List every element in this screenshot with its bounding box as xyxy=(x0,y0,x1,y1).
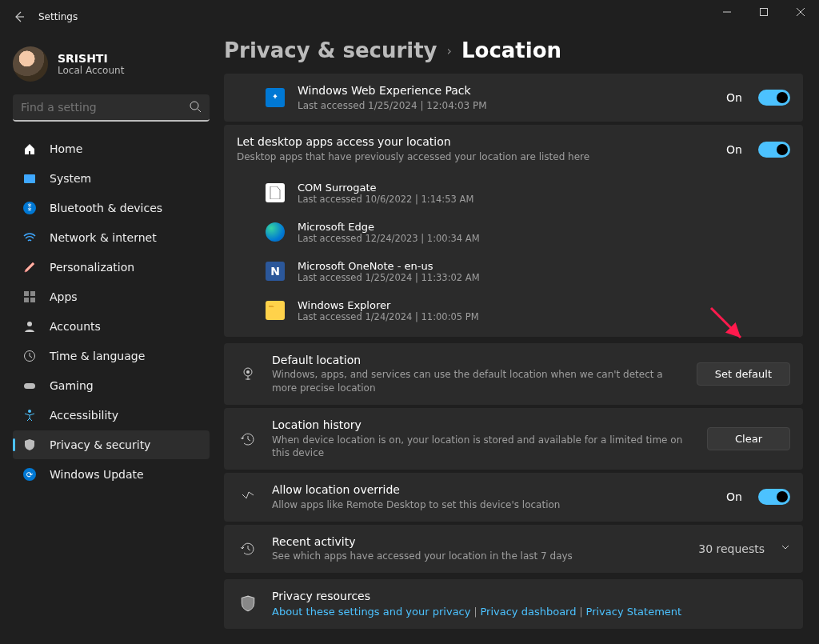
default-location-sub: Windows, apps, and services can use the … xyxy=(272,368,684,395)
svg-rect-4 xyxy=(24,298,29,302)
card-privacy-resources: Privacy resources About these settings a… xyxy=(224,579,803,629)
history-icon xyxy=(237,428,259,450)
nav: Home System ⁑ Bluetooth & devices Networ… xyxy=(13,134,210,489)
privacy-title: Privacy resources xyxy=(272,589,790,605)
nav-home[interactable]: Home xyxy=(13,134,210,163)
card-location-history: Location history When device location is… xyxy=(224,408,803,470)
file-icon xyxy=(266,183,285,202)
svg-rect-2 xyxy=(24,291,29,296)
gaming-icon xyxy=(22,378,37,393)
nav-label: Privacy & security xyxy=(50,438,150,451)
nav-accessibility[interactable]: Accessibility xyxy=(13,401,210,430)
card-location-override: Allow location override Allow apps like … xyxy=(224,473,803,521)
override-icon xyxy=(237,486,259,508)
nav-privacy-security[interactable]: Privacy & security xyxy=(13,430,210,459)
back-button[interactable] xyxy=(3,1,35,33)
set-default-button[interactable]: Set default xyxy=(697,362,790,386)
search-icon xyxy=(189,100,202,115)
user-block[interactable]: SRISHTI Local Account xyxy=(13,40,210,94)
nav-system[interactable]: System xyxy=(13,164,210,193)
app-sub: Last accessed 12/24/2023 | 1:00:34 AM xyxy=(298,233,790,244)
nav-label: Bluetooth & devices xyxy=(50,202,162,214)
breadcrumb-parent[interactable]: Privacy & security xyxy=(224,38,437,62)
toggle-override[interactable] xyxy=(758,489,790,505)
override-title: Allow location override xyxy=(272,482,713,498)
nav-label: Home xyxy=(50,142,82,155)
nav-label: Windows Update xyxy=(50,468,144,481)
chevron-down-icon xyxy=(781,542,790,554)
bluetooth-icon: ⁑ xyxy=(22,201,37,215)
clear-button[interactable]: Clear xyxy=(707,427,790,450)
nav-windows-update[interactable]: ⟳ Windows Update xyxy=(13,460,210,489)
app-name: COM Surrogate xyxy=(298,182,790,194)
shield-icon xyxy=(237,593,259,615)
history-sub: When device location is on, your locatio… xyxy=(272,434,694,461)
avatar xyxy=(13,46,48,82)
app-sub: Last accessed 10/6/2022 | 1:14:53 AM xyxy=(298,194,790,205)
user-name: SRISHTI xyxy=(58,52,124,65)
search-box[interactable] xyxy=(13,94,210,122)
svg-rect-0 xyxy=(761,9,768,16)
nav-label: Gaming xyxy=(50,379,94,392)
nav-time-language[interactable]: Time & language xyxy=(13,342,210,370)
card-default-location: Default location Windows, apps, and serv… xyxy=(224,343,803,405)
nav-bluetooth[interactable]: ⁑ Bluetooth & devices xyxy=(13,194,210,222)
search-input[interactable] xyxy=(21,101,189,114)
privacy-link-statement[interactable]: Privacy Statement xyxy=(586,606,682,618)
app-row: Windows Explorer Last accessed 1/24/2024… xyxy=(224,291,803,337)
home-icon xyxy=(22,142,37,156)
nav-apps[interactable]: Apps xyxy=(13,282,210,311)
brush-icon xyxy=(22,260,37,274)
card-web-experience: Windows Web Experience Pack Last accesse… xyxy=(224,74,803,122)
svg-point-9 xyxy=(28,410,31,413)
nav-personalization[interactable]: Personalization xyxy=(13,253,210,282)
maximize-button[interactable] xyxy=(745,0,782,24)
apps-icon xyxy=(22,290,37,304)
card-recent-activity[interactable]: Recent activity See which apps have acce… xyxy=(224,525,803,573)
folder-icon xyxy=(266,301,285,320)
app-name: Windows Explorer xyxy=(298,299,790,311)
privacy-link-dashboard[interactable]: Privacy dashboard xyxy=(481,606,577,618)
app-row: Microsoft Edge Last accessed 12/24/2023 … xyxy=(224,213,803,252)
app-row: N Microsoft OneNote - en-us Last accesse… xyxy=(224,252,803,291)
svg-point-1 xyxy=(190,102,198,110)
toggle-web-experience[interactable] xyxy=(758,90,790,106)
minimize-button[interactable] xyxy=(709,0,745,24)
close-button[interactable] xyxy=(782,0,819,24)
nav-label: Time & language xyxy=(50,350,145,362)
clock-icon xyxy=(22,349,37,363)
pin-icon xyxy=(237,362,259,385)
app-sub: Last accessed 1/25/2024 | 12:04:03 PM xyxy=(298,99,713,113)
toggle-state: On xyxy=(726,143,742,156)
row-web-experience[interactable]: Windows Web Experience Pack Last accesse… xyxy=(224,74,803,122)
svg-point-6 xyxy=(27,322,32,326)
nav-accounts[interactable]: Accounts xyxy=(13,312,210,341)
svg-rect-8 xyxy=(24,383,35,389)
svg-rect-5 xyxy=(30,298,35,302)
recent-requests: 30 requests xyxy=(698,542,765,555)
window-title: Settings xyxy=(38,11,78,22)
app-sub: Last accessed 1/24/2024 | 11:00:05 PM xyxy=(298,311,790,322)
app-sub: Last accessed 1/25/2024 | 11:33:02 AM xyxy=(298,272,790,283)
toggle-state: On xyxy=(726,490,742,503)
chevron-right-icon: › xyxy=(447,43,452,58)
nav-gaming[interactable]: Gaming xyxy=(13,371,210,400)
nav-label: Personalization xyxy=(50,261,134,274)
app-name: Windows Web Experience Pack xyxy=(298,83,713,99)
app-row: COM Surrogate Last accessed 10/6/2022 | … xyxy=(224,174,803,213)
sidebar: SRISHTI Local Account Home System ⁑ Blue… xyxy=(0,34,214,644)
history-icon xyxy=(237,538,259,560)
user-account-type: Local Account xyxy=(58,65,124,76)
svg-rect-3 xyxy=(30,291,35,296)
breadcrumb-current: Location xyxy=(461,38,561,62)
system-icon xyxy=(22,171,37,186)
toggle-desktop-apps[interactable] xyxy=(758,142,790,158)
nav-label: Accessibility xyxy=(50,409,118,422)
recent-sub: See which apps have accessed your locati… xyxy=(272,550,685,563)
nav-network[interactable]: Network & internet xyxy=(13,223,210,252)
nav-label: Apps xyxy=(50,290,78,303)
nav-label: Accounts xyxy=(50,320,101,333)
toggle-state: On xyxy=(726,91,742,104)
person-icon xyxy=(22,319,37,334)
privacy-link-about[interactable]: About these settings and your privacy xyxy=(272,606,470,618)
